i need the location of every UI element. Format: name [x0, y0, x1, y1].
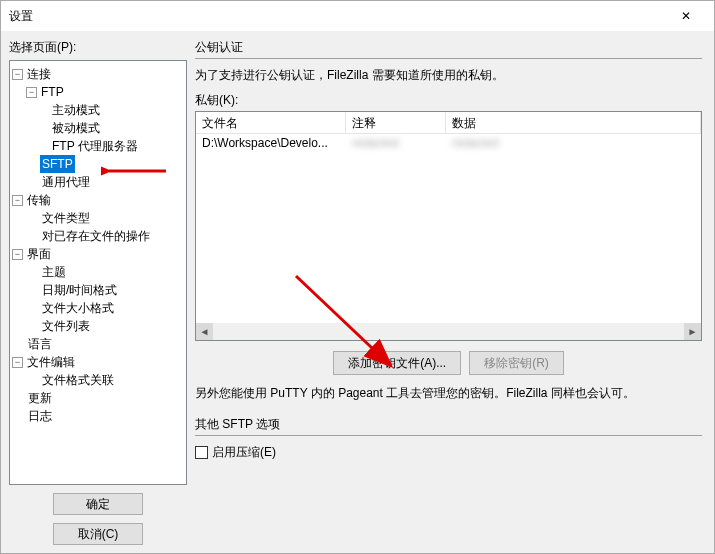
tree-node-ftp-passive[interactable]: 被动模式: [12, 119, 184, 137]
tree-label: 文件列表: [40, 317, 92, 335]
tree-label: 语言: [26, 335, 54, 353]
close-icon: ✕: [681, 9, 691, 23]
scroll-right-icon[interactable]: ►: [684, 323, 701, 340]
pageant-note: 另外您能使用 PuTTY 内的 Pageant 工具去管理您的密钥。FileZi…: [195, 385, 702, 402]
tree-label: 界面: [25, 245, 53, 263]
list-header: 文件名 注释 数据: [196, 112, 701, 134]
tree-label: SFTP: [40, 155, 75, 173]
tree-node-filetype-assoc[interactable]: 文件格式关联: [12, 371, 184, 389]
horizontal-scrollbar[interactable]: ◄ ►: [196, 323, 701, 340]
add-key-button[interactable]: 添加密钥文件(A)...: [333, 351, 461, 375]
collapse-icon[interactable]: −: [12, 357, 23, 368]
tree-label: FTP: [39, 83, 66, 101]
tree-node-themes[interactable]: 主题: [12, 263, 184, 281]
tree-label: 文件格式关联: [40, 371, 116, 389]
private-keys-list[interactable]: 文件名 注释 数据 D:\Workspace\Develo... redacte…: [195, 111, 702, 341]
group-other-label: 其他 SFTP 选项: [195, 416, 702, 433]
divider: [195, 58, 702, 59]
titlebar: 设置 ✕: [1, 1, 714, 31]
scroll-left-icon[interactable]: ◄: [196, 323, 213, 340]
ok-button[interactable]: 确定: [53, 493, 143, 515]
checkbox-icon[interactable]: [195, 446, 208, 459]
tree-label: 对已存在文件的操作: [40, 227, 152, 245]
tree-label: 连接: [25, 65, 53, 83]
right-pane: 公钥认证 为了支持进行公钥认证，FileZilla 需要知道所使用的私钥。 私钥…: [191, 31, 714, 553]
tree-node-language[interactable]: 语言: [12, 335, 184, 353]
tree-node-file-lists[interactable]: 文件列表: [12, 317, 184, 335]
col-header-file[interactable]: 文件名: [196, 112, 346, 133]
compression-checkbox-row[interactable]: 启用压缩(E): [195, 444, 702, 461]
tree-label: 被动模式: [50, 119, 102, 137]
col-header-data[interactable]: 数据: [446, 112, 701, 133]
scroll-track[interactable]: [213, 323, 684, 340]
group-auth-label: 公钥认证: [195, 39, 702, 56]
tree-label: 文件大小格式: [40, 299, 116, 317]
tree-node-size-format[interactable]: 文件大小格式: [12, 299, 184, 317]
tree-node-interface[interactable]: − 界面: [12, 245, 184, 263]
tree-node-existing-action[interactable]: 对已存在文件的操作: [12, 227, 184, 245]
tree-node-ftp-active[interactable]: 主动模式: [12, 101, 184, 119]
tree-label: 主动模式: [50, 101, 102, 119]
auth-description: 为了支持进行公钥认证，FileZilla 需要知道所使用的私钥。: [195, 67, 702, 84]
tree-node-file-editing[interactable]: − 文件编辑: [12, 353, 184, 371]
tree-label: FTP 代理服务器: [50, 137, 140, 155]
select-page-label: 选择页面(P):: [9, 39, 187, 56]
cancel-button[interactable]: 取消(C): [53, 523, 143, 545]
collapse-icon[interactable]: −: [12, 69, 23, 80]
tree-label: 日志: [26, 407, 54, 425]
keys-label: 私钥(K):: [195, 92, 702, 109]
tree-node-ftp-proxy[interactable]: FTP 代理服务器: [12, 137, 184, 155]
tree-node-generic-proxy[interactable]: 通用代理: [12, 173, 184, 191]
window-title: 设置: [9, 8, 666, 25]
tree-label: 更新: [26, 389, 54, 407]
tree-label: 传输: [25, 191, 53, 209]
tree-node-sftp[interactable]: SFTP: [12, 155, 184, 173]
cell-data: redacted: [446, 134, 701, 154]
dialog-content: 选择页面(P): − 连接 − FTP 主动模式 被动模式: [1, 31, 714, 553]
tree-node-date-time[interactable]: 日期/时间格式: [12, 281, 184, 299]
compression-label: 启用压缩(E): [212, 444, 276, 461]
tree-node-ftp[interactable]: − FTP: [12, 83, 184, 101]
list-row[interactable]: D:\Workspace\Develo... redacted redacted: [196, 134, 701, 154]
col-header-comment[interactable]: 注释: [346, 112, 446, 133]
tree-label: 文件类型: [40, 209, 92, 227]
key-buttons-row: 添加密钥文件(A)... 移除密钥(R): [195, 351, 702, 375]
close-button[interactable]: ✕: [666, 2, 706, 30]
tree-node-connection[interactable]: − 连接: [12, 65, 184, 83]
page-tree[interactable]: − 连接 − FTP 主动模式 被动模式 FTP: [9, 60, 187, 485]
left-pane: 选择页面(P): − 连接 − FTP 主动模式 被动模式: [1, 31, 191, 553]
collapse-icon[interactable]: −: [26, 87, 37, 98]
tree-label: 文件编辑: [25, 353, 77, 371]
tree-node-transfer[interactable]: − 传输: [12, 191, 184, 209]
cell-comment: redacted: [346, 134, 446, 154]
tree-label: 主题: [40, 263, 68, 281]
remove-key-button[interactable]: 移除密钥(R): [469, 351, 564, 375]
collapse-icon[interactable]: −: [12, 249, 23, 260]
tree-node-updates[interactable]: 更新: [12, 389, 184, 407]
tree-node-file-types[interactable]: 文件类型: [12, 209, 184, 227]
collapse-icon[interactable]: −: [12, 195, 23, 206]
divider: [195, 435, 702, 436]
tree-label: 通用代理: [40, 173, 92, 191]
tree-node-logging[interactable]: 日志: [12, 407, 184, 425]
tree-label: 日期/时间格式: [40, 281, 119, 299]
cell-file: D:\Workspace\Develo...: [196, 134, 346, 154]
settings-dialog: 设置 ✕ 选择页面(P): − 连接 − FTP 主动模式: [0, 0, 715, 554]
